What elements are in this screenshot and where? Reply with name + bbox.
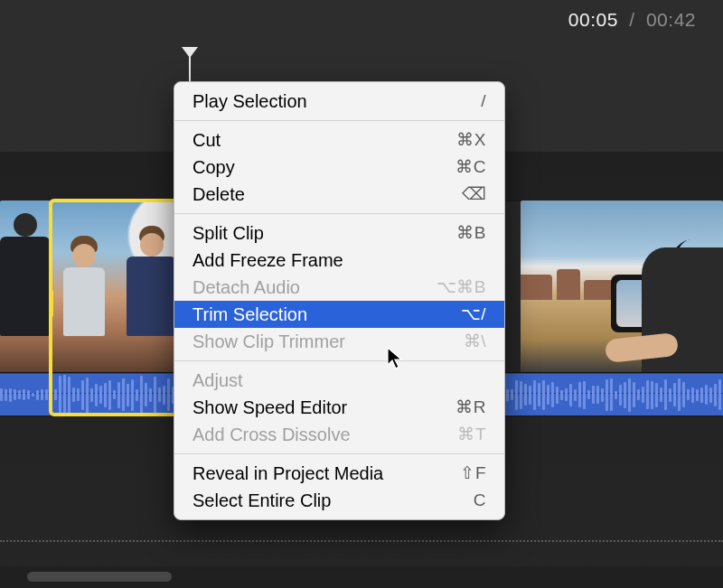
menu-item-shortcut: ⌘B <box>428 222 486 244</box>
menu-item-cut[interactable]: Cut⌘X <box>174 126 504 154</box>
menu-item-show-speed-editor[interactable]: Show Speed Editor⌘R <box>174 394 504 421</box>
menu-item-label: Add Cross Dissolve <box>192 424 351 445</box>
menu-separator <box>174 120 504 121</box>
menu-item-shortcut: ⇧F <box>428 462 486 484</box>
timecode-readout: 00:05 / 00:42 <box>568 9 696 31</box>
menu-item-shortcut: ⌘T <box>428 424 486 445</box>
menu-item-label: Add Freeze Frame <box>192 249 343 271</box>
menu-separator <box>174 360 504 361</box>
menu-item-label: Play Selection <box>192 90 307 112</box>
menu-item-label: Adjust <box>192 369 243 391</box>
menu-item-label: Cut <box>192 129 221 151</box>
menu-item-copy[interactable]: Copy⌘C <box>174 154 504 181</box>
menu-item-label: Select Entire Clip <box>192 490 331 511</box>
menu-item-reveal-in-project-media[interactable]: Reveal in Project Media⇧F <box>174 460 504 487</box>
menu-item-adjust: Adjust <box>174 367 504 394</box>
menu-item-label: Reveal in Project Media <box>192 462 383 484</box>
menu-item-shortcut: ⌫ <box>428 183 486 205</box>
menu-item-label: Trim Selection <box>192 303 307 325</box>
menu-item-label: Split Clip <box>192 222 264 244</box>
menu-item-add-cross-dissolve: Add Cross Dissolve⌘T <box>174 421 504 448</box>
scrollbar-thumb[interactable] <box>27 572 172 582</box>
menu-item-shortcut: ⌘C <box>428 156 486 178</box>
menu-item-select-entire-clip[interactable]: Select Entire ClipC <box>174 487 504 514</box>
menu-item-shortcut: ⌘R <box>428 397 486 418</box>
menu-item-shortcut: / <box>428 90 486 112</box>
menu-item-delete[interactable]: Delete⌫ <box>174 181 504 208</box>
menu-item-play-selection[interactable]: Play Selection/ <box>174 88 504 115</box>
current-time: 00:05 <box>568 9 618 30</box>
menu-item-label: Delete <box>192 183 245 205</box>
menu-item-shortcut: ⌥/ <box>428 303 486 325</box>
menu-item-label: Show Clip Trimmer <box>192 331 345 352</box>
menu-separator <box>174 453 504 454</box>
timeline-guide-line <box>0 540 723 542</box>
menu-item-shortcut: ⌥⌘B <box>428 276 486 298</box>
clip-thumbnail[interactable] <box>521 201 723 374</box>
menu-item-label: Copy <box>192 156 235 178</box>
menu-item-split-clip[interactable]: Split Clip⌘B <box>174 219 504 247</box>
menu-item-shortcut: ⌘\ <box>428 331 486 352</box>
timeline-scrollbar[interactable] <box>0 566 723 588</box>
total-duration: 00:42 <box>646 9 696 30</box>
menu-separator <box>174 213 504 214</box>
menu-item-label: Detach Audio <box>192 276 300 298</box>
menu-item-label: Show Speed Editor <box>192 397 347 418</box>
menu-item-detach-audio: Detach Audio⌥⌘B <box>174 274 504 301</box>
driver-graphic <box>642 247 723 374</box>
clip-context-menu[interactable]: Play Selection/Cut⌘XCopy⌘CDelete⌫Split C… <box>174 81 505 520</box>
menu-item-add-freeze-frame[interactable]: Add Freeze Frame <box>174 247 504 274</box>
menu-item-show-clip-trimmer: Show Clip Trimmer⌘\ <box>174 328 504 355</box>
menu-item-shortcut: C <box>428 490 486 511</box>
timeline-header: 00:05 / 00:42 <box>0 0 723 44</box>
time-separator: / <box>624 9 640 30</box>
menu-item-shortcut: ⌘X <box>428 129 486 151</box>
menu-item-trim-selection[interactable]: Trim Selection⌥/ <box>174 301 504 328</box>
